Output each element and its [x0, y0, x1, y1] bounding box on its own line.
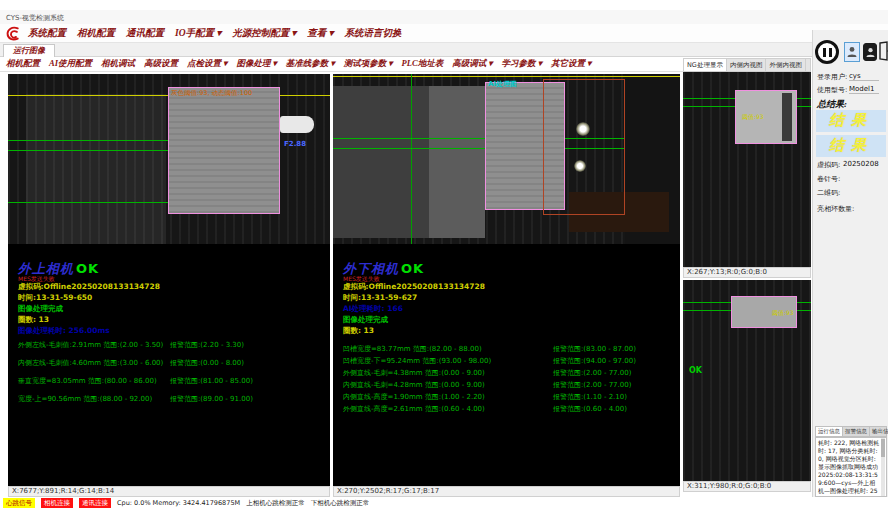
tool-test-params[interactable]: 测试项参数 ▾ [344, 58, 393, 70]
center-camera-image[interactable]: AI处理图 [333, 74, 680, 244]
roi-box: 灰色阈值:93, 动态阈值:100 [168, 87, 280, 214]
alarm-range: 报警范围:(94.00 - 97.00) [553, 356, 636, 366]
login-user-button[interactable] [844, 42, 860, 62]
right-top-pixel-coords: X:267;Y:13;R:0;G:0;B:0 [683, 267, 811, 278]
alarm-range: 报警范围:(2.20 - 3.30) [170, 340, 244, 350]
barcode-line: 虚拟码:Offline20250208133134728 [18, 282, 160, 292]
alarm-range: 报警范围:(2.00 - 77.00) [553, 380, 631, 390]
tool-learning-params[interactable]: 学习参数 ▾ [502, 58, 542, 70]
log-scrollbar-thumb[interactable] [881, 439, 885, 457]
tool-advanced-settings[interactable]: 高级设置 [144, 58, 178, 70]
reflection-flare [576, 122, 590, 136]
threshold-overlay-label: 灰色阈值:93, 动态阈值:100 [171, 89, 252, 98]
measurement-value: 外侧左线-毛刺值:2.91mm 范围:(2.00 - 3.50) [18, 340, 170, 350]
left-camera-image[interactable]: 灰色阈值:93, 动态阈值:100 F2.88 [8, 74, 330, 244]
right-top-camera-image[interactable]: 阈值:93 [683, 72, 811, 267]
exit-door-icon [879, 41, 888, 61]
roi-box: 阈值:93 [735, 90, 797, 144]
measurement-row: 内侧直线-高度=1.90mm 范围:(1.00 - 2.20) 报警范围:(1.… [343, 392, 676, 402]
reflection-flare [574, 160, 586, 172]
measurement-value: 垂直宽度=83.05mm 范围:(80.00 - 86.00) [18, 376, 170, 386]
login-user-value[interactable]: cys [849, 72, 879, 81]
log-textbox[interactable]: 耗时: 222, 网络检测耗时: 17, 网络分类耗时: 0, 网络视觉分区耗时… [815, 437, 887, 497]
tool-plc-address-table[interactable]: PLC地址表 [402, 58, 444, 70]
right-top-camera-panel: 阈值:93 [683, 72, 811, 267]
measurement-row: 外侧直线-高度=2.61mm 范围:(0.60 - 4.00) 报警范围:(0.… [343, 404, 676, 414]
tab-output-info[interactable]: 输出信息 [870, 427, 888, 436]
user-icon [847, 46, 857, 58]
tab-inner-view[interactable]: 内侧内视图 [727, 59, 767, 71]
heartbeat-badge: 心跳信号 [3, 498, 35, 508]
lower-camera-heartbeat-status: 下相机心跳检测正常 [311, 499, 370, 508]
round-line: 圈数: 13 [343, 326, 374, 336]
tab-alarm-info[interactable]: 报警信息 [843, 427, 870, 436]
measurement-row: 内侧直线-毛刺=4.28mm 范围:(0.00 - 9.00) 报警范围:(2.… [343, 380, 676, 390]
tab-ng-display[interactable]: NG处理显示 [684, 59, 727, 71]
process-done-line: 图像处理完成 [18, 304, 63, 314]
camera-connection-badge: 相机连接 [41, 498, 73, 508]
ai-roi-box [543, 79, 625, 215]
ai-elapsed-line: AI处理耗时: 166 [343, 304, 403, 314]
menu-view[interactable]: 查看 ▾ [307, 27, 333, 40]
menu-system-config[interactable]: 系统配置 [28, 27, 66, 40]
elapsed-line: 图像处理耗时: 256.00ms [18, 326, 110, 336]
image-region [782, 93, 792, 141]
measurement-value: 外侧直线-毛刺=4.38mm 范围:(0.00 - 9.00) [343, 368, 553, 378]
alarm-range: 报警范围:(0.00 - 8.00) [170, 358, 244, 368]
measurement-value: 内侧直线-高度=1.90mm 范围:(1.00 - 2.20) [343, 392, 553, 402]
tool-spotcheck-settings[interactable]: 点检设置 ▾ [187, 58, 227, 70]
measurement-value: 宽度-上=90.56mm 范围:(88.00 - 92.00) [18, 394, 170, 404]
tab-outer-view[interactable]: 外侧内视图 [766, 59, 806, 71]
tool-ai-usage-config[interactable]: AI使用配置 [49, 58, 92, 70]
measurement-row: 凹槽宽度-下=95.24mm 范围:(93.00 - 98.00) 报警范围:(… [343, 356, 676, 366]
window-titlebar: CYS-视觉检测系统 [0, 10, 888, 24]
menu-items: 系统配置 相机配置 通讯配置 IO手配置 ▾ 光源控制配置 ▾ 查看 ▾ 系统语… [28, 27, 402, 40]
measurement-row: 凹槽宽度=83.77mm 范围:(82.00 - 88.00) 报警范围:(83… [343, 344, 676, 354]
right-view-tabs: NG处理显示 内侧内视图 外侧内视图 [683, 58, 811, 72]
menu-io-config[interactable]: IO手配置 ▾ [175, 27, 221, 40]
tab-run-image[interactable]: 运行图像 [3, 44, 55, 57]
alarm-range: 报警范围:(2.00 - 77.00) [553, 368, 631, 378]
menu-camera-config[interactable]: 相机配置 [77, 27, 115, 40]
app-logo-icon [5, 25, 22, 42]
pause-icon [815, 40, 839, 64]
ok-status: OK [76, 261, 99, 276]
menu-comm-config[interactable]: 通讯配置 [126, 27, 164, 40]
tab-run-info[interactable]: 运行信息 [816, 427, 843, 436]
menu-language-switch[interactable]: 系统语言切换 [345, 27, 402, 40]
measurement-value: 凹槽宽度=83.77mm 范围:(82.00 - 88.00) [343, 344, 553, 354]
tool-advanced-debug[interactable]: 高级调试 ▾ [452, 58, 492, 70]
alarm-range: 报警范围:(89.00 - 91.00) [170, 394, 253, 404]
tool-camera-config[interactable]: 相机配置 [6, 58, 40, 70]
center-camera-panel: AI处理图 外下相机OK MES发送失败 虚拟码:Offline20250208… [333, 74, 680, 486]
tool-camera-debug[interactable]: 相机调试 [101, 58, 135, 70]
window-title: CYS-视觉检测系统 [6, 13, 64, 23]
operator-button[interactable] [863, 43, 877, 61]
upper-camera-heartbeat-status: 上相机心跳检测正常 [246, 499, 305, 508]
camera-name: 外上相机 [18, 261, 74, 276]
pause-button[interactable] [815, 40, 839, 64]
tool-other-settings[interactable]: 其它设置 ▾ [551, 58, 591, 70]
part-connector-blob [280, 116, 314, 133]
pin-number-label: 卷针号: [817, 174, 840, 184]
model-value[interactable]: Model1 [849, 85, 879, 94]
right-bottom-camera-image[interactable]: 阈值:93 OK [683, 280, 811, 481]
exit-button[interactable] [879, 41, 888, 61]
threshold-mini-label: 阈值:93 [772, 309, 794, 318]
measurement-value: 内侧左线-毛刺值:4.60mm 范围:(3.00 - 6.00) [18, 358, 170, 368]
tab-strip: 运行图像 [0, 43, 888, 57]
right-bottom-camera-panel: 阈值:93 OK [683, 280, 811, 481]
ok-mini-status: OK [689, 366, 702, 375]
image-region [26, 94, 166, 244]
measurement-row: 外侧直线-毛刺=4.38mm 范围:(0.00 - 9.00) 报警范围:(2.… [343, 368, 676, 378]
center-pixel-coords: X:270;Y:2502;R:17;G:17;B:17 [333, 486, 680, 497]
tool-baseline-params[interactable]: 基准线参数 ▾ [286, 58, 335, 70]
left-pixel-coords: X:7677;Y:891;R:14;G:14;B:14 [8, 486, 330, 497]
measurement-row: 宽度-上=90.56mm 范围:(88.00 - 92.00) 报警范围:(89… [18, 394, 326, 404]
measurement-row: 垂直宽度=83.05mm 范围:(80.00 - 86.00) 报警范围:(81… [18, 376, 326, 386]
login-user-label: 登录用户: [817, 72, 847, 82]
comm-connection-badge: 通讯连接 [79, 498, 111, 508]
tool-image-processing[interactable]: 图像处理 ▾ [236, 58, 276, 70]
menu-light-config[interactable]: 光源控制配置 ▾ [232, 27, 296, 40]
alarm-range: 报警范围:(0.60 - 4.00) [553, 404, 627, 414]
